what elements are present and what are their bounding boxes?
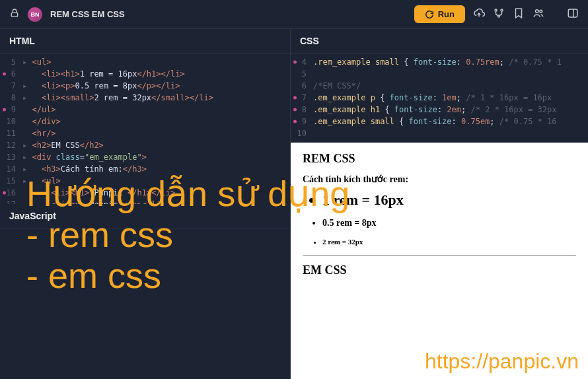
output-sub-rem: Cách tính kích thước rem: [303, 174, 576, 185]
left-column: HTML 5▸ <ul> 6 <li><h1>1 rem = 16px</h1>… [0, 29, 291, 379]
divider [303, 255, 576, 256]
svg-point-2 [501, 9, 503, 11]
svg-point-4 [536, 9, 539, 13]
svg-point-5 [540, 10, 542, 13]
run-label: Run [438, 9, 455, 19]
avatar[interactable]: BN [28, 7, 42, 22]
svg-rect-0 [11, 13, 17, 17]
topbar: BN REM CSS EM CSS Run [0, 0, 588, 29]
css-pane-header[interactable]: CSS [291, 29, 588, 53]
js-editor[interactable] [0, 228, 290, 379]
main: HTML 5▸ <ul> 6 <li><h1>1 rem = 16px</h1>… [0, 29, 588, 379]
html-pane-header[interactable]: HTML [0, 29, 290, 53]
output-heading-rem: REM CSS [303, 152, 576, 166]
bookmark-icon[interactable] [513, 7, 525, 22]
run-button[interactable]: Run [414, 5, 465, 23]
svg-point-1 [495, 9, 497, 11]
lock-icon[interactable] [9, 8, 20, 21]
deploy-icon[interactable] [473, 7, 485, 22]
output-heading-em: EM CSS [303, 263, 576, 277]
version-icon[interactable] [493, 7, 505, 22]
list-item: 1 rem = 16px [322, 191, 576, 209]
list-item: 2 rem = 32px [322, 238, 576, 246]
js-pane-header[interactable]: JavaScript [0, 204, 290, 228]
list-item: 0.5 rem = 8px [322, 218, 576, 228]
layout-icon[interactable] [567, 7, 579, 22]
output-pane: REM CSS Cách tính kích thước rem: 1 rem … [291, 143, 588, 379]
invite-icon[interactable] [533, 7, 544, 22]
css-editor[interactable]: 4.rem_example small { font-size: 0.75rem… [291, 53, 588, 143]
output-list: 1 rem = 16px 0.5 rem = 8px 2 rem = 32px [303, 191, 576, 246]
svg-point-3 [498, 15, 500, 17]
project-title: REM CSS EM CSS [50, 9, 406, 19]
right-column: CSS 4.rem_example small { font-size: 0.7… [291, 29, 588, 379]
html-editor[interactable]: 5▸ <ul> 6 <li><h1>1 rem = 16px</h1></li>… [0, 53, 290, 204]
